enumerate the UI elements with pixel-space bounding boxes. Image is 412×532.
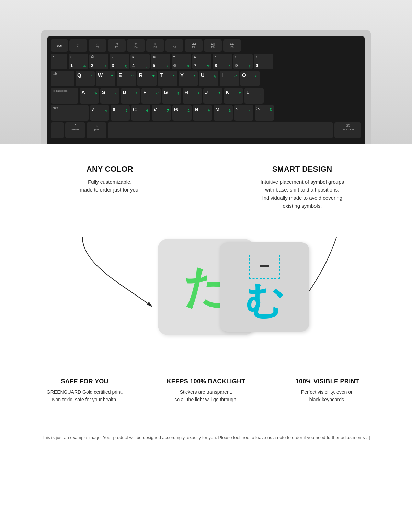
key-7: & 7 や	[192, 54, 211, 69]
disclaimer-section: This is just an example image. Your prod…	[27, 424, 385, 441]
key-6: ^ 6 お	[172, 54, 191, 69]
key-tab: tab	[51, 71, 74, 86]
key-1: ! 1 ぬ	[69, 54, 88, 69]
keyboard-body: esc ☼F1 ☼F2 ⊞F3 ⊟F4 ☀F5 ·F6	[47, 36, 365, 144]
keyboard-section: esc ☼F1 ☼F2 ⊞F3 ⊟F4 ☀F5 ·F6	[0, 0, 412, 144]
number-row: ~ 、 ! 1 ぬ @ 2 ふ	[51, 54, 361, 69]
feature-any-color: ANY COLOR Fully customizable,made to ord…	[27, 165, 206, 210]
key-shift-left: shift	[51, 105, 89, 121]
key-k: K の	[224, 88, 243, 104]
key-t: T か	[158, 71, 177, 86]
kana-cyan-mu: む	[245, 281, 284, 319]
key-0: ) 0	[254, 54, 273, 69]
key-a: A ち	[80, 88, 99, 104]
key-display-section: た ー む	[0, 223, 412, 364]
key-w: W て	[96, 71, 115, 86]
key-control: ⌃ control	[65, 122, 85, 138]
key-r: R す	[137, 71, 157, 86]
key-f: F は	[141, 88, 161, 104]
sticker-right: ー む	[220, 242, 309, 332]
key-command-right: ⌘ command	[334, 122, 361, 138]
key-period: >. ね	[255, 105, 274, 121]
key-d: D し	[121, 88, 140, 104]
bottom-features-section: SAFE FOR YOU GREENGUARD Gold certified p…	[0, 364, 412, 424]
key-esc: esc	[51, 39, 68, 52]
key-b: B こ	[172, 105, 192, 121]
any-color-desc: Fully customizable,made to order just fo…	[27, 178, 192, 194]
key-f6: ·F6	[165, 39, 183, 52]
visible-title: 100% VISIBLE PRINT	[270, 378, 385, 385]
bottom-feature-visible: 100% VISIBLE PRINT Perfect visibility, e…	[270, 378, 385, 403]
key-4: $ 4 う	[130, 54, 150, 69]
key-s: S と	[100, 88, 119, 104]
feature-smart-design: SMART DESIGN Intuitive placement of symb…	[206, 165, 385, 210]
backlight-title: KEEPS 100% BACKLIGHT	[149, 378, 263, 385]
key-2: @ 2 ふ	[89, 54, 108, 69]
key-f3: ⊞F3	[108, 39, 126, 52]
smart-design-title: SMART DESIGN	[220, 165, 385, 174]
a-row: caps lock A ち S と D	[51, 88, 361, 104]
key-f9: ▶▶F9	[223, 39, 241, 52]
key-9: ( 9 よ	[233, 54, 253, 69]
key-g: G き	[162, 88, 181, 104]
bottom-row: fn ⌃ control ⌥ option	[51, 122, 361, 138]
key-f4: ⊟F4	[127, 39, 145, 52]
key-5: % 5 え	[151, 54, 170, 69]
key-y: Y ん	[179, 71, 198, 86]
visible-desc: Perfect visibility, even onblack keyboar…	[270, 389, 385, 403]
keyboard-wrapper: esc ☼F1 ☼F2 ⊞F3 ⊟F4 ☀F5 ·F6	[41, 30, 371, 144]
key-j: J ま	[203, 88, 222, 104]
q-row: tab Q た W て E い	[51, 71, 361, 86]
sticker-pair: た ー む	[110, 230, 302, 344]
key-l: L り	[244, 88, 264, 104]
disclaimer-wrapper: This is just an example image. Your prod…	[0, 424, 412, 455]
smart-design-desc: Intuitive placement of symbol groupswith…	[220, 178, 385, 210]
key-spacebar	[108, 122, 333, 138]
key-option: ⌥ option	[87, 122, 106, 138]
backlight-desc: Stickers are transparent,so all the ligh…	[149, 389, 263, 403]
features-section: ANY COLOR Fully customizable,made to ord…	[0, 144, 412, 223]
key-tilde: ~ 、	[51, 54, 67, 69]
dashed-box: ー	[249, 255, 280, 279]
safe-title: SAFE FOR YOU	[27, 378, 142, 385]
disclaimer-text: This is just an example image. Your prod…	[27, 434, 385, 441]
key-n: N み	[193, 105, 212, 121]
key-e: E い	[117, 71, 136, 86]
key-f1: ☼F1	[69, 39, 87, 52]
safe-desc: GREENGUARD Gold certified print.Non-toxi…	[27, 389, 142, 403]
fn-row: esc ☼F1 ☼F2 ⊞F3 ⊟F4 ☀F5 ·F6	[51, 39, 361, 52]
any-color-title: ANY COLOR	[27, 165, 192, 174]
key-c: C そ	[131, 105, 150, 121]
key-f2: ☼F2	[89, 39, 106, 52]
key-8: * 8 ゆ	[213, 54, 232, 69]
key-z: Z っ	[90, 105, 109, 121]
key-o: O ら	[240, 71, 260, 86]
key-fn: fn	[51, 122, 64, 138]
key-m: M も	[214, 105, 233, 121]
key-f8: ▶||F8	[204, 39, 222, 52]
key-q: Q た	[76, 71, 95, 86]
key-h: H く	[183, 88, 202, 104]
key-f7: ◀◀F7	[185, 39, 203, 52]
z-row: shift Z っ X さ C そ	[51, 105, 361, 121]
key-3: # 3 あ	[110, 54, 129, 69]
key-f5: ☀F5	[146, 39, 164, 52]
bottom-feature-backlight: KEEPS 100% BACKLIGHT Stickers are transp…	[149, 378, 263, 403]
key-capslock: caps lock	[51, 88, 78, 104]
bottom-feature-safe: SAFE FOR YOU GREENGUARD Gold certified p…	[27, 378, 142, 403]
key-i: I に	[220, 71, 239, 86]
key-u: U な	[199, 71, 218, 86]
key-comma: <, 、	[234, 105, 253, 121]
dashed-box-char: ー	[259, 260, 270, 274]
key-x: X さ	[111, 105, 130, 121]
key-v: V ひ	[152, 105, 171, 121]
